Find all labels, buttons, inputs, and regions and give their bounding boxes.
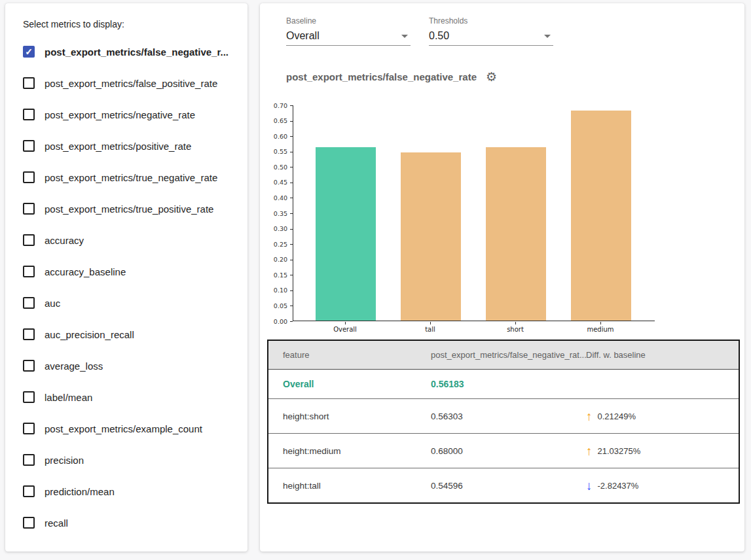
metric-checkbox-item[interactable]: precision [23, 444, 247, 476]
gear-icon[interactable]: ⚙ [486, 71, 497, 83]
y-axis-tick-label: 0.45 [260, 179, 287, 186]
row-value: 0.56303 [431, 411, 586, 421]
checkbox-icon[interactable] [23, 297, 35, 309]
metric-label: prediction/mean [45, 486, 115, 497]
metric-label: auc [45, 298, 60, 309]
row-diff: ↓ -2.82437% [586, 480, 739, 492]
metric-checkbox-item[interactable]: recall [23, 507, 247, 538]
metric-checkbox-item[interactable]: prediction/mean [23, 476, 247, 507]
baseline-select-value: Overall [286, 30, 320, 42]
y-axis-tick-label: 0.30 [260, 225, 287, 232]
chart-header: post_export_metrics/false_negative_rate … [286, 71, 497, 83]
metric-label: accuracy [45, 235, 84, 246]
x-axis-category-label: tall [404, 326, 456, 333]
baseline-select-label: Baseline [286, 16, 411, 26]
metric-checkbox-item[interactable]: post_export_metrics/true_negative_rate [23, 162, 247, 193]
bar-tall[interactable] [401, 152, 461, 321]
chart-plot-area [293, 105, 655, 321]
y-axis-tick-label: 0.10 [260, 287, 287, 294]
metrics-panel: Baseline Overall Thresholds 0.50 post_ex… [260, 3, 744, 551]
y-axis-tick-mark [290, 183, 293, 183]
metric-checkbox-item[interactable]: post_export_metrics/true_positive_rate [23, 193, 247, 224]
checkbox-icon[interactable] [23, 423, 35, 434]
metric-label: accuracy_baseline [45, 266, 126, 277]
x-axis-category-label: short [489, 326, 541, 333]
metric-label: average_loss [45, 360, 103, 372]
y-axis-tick-label: 0.15 [260, 271, 287, 279]
arrow-up-icon: ↑ [586, 410, 593, 423]
metric-checkbox-item[interactable]: auc [23, 287, 247, 319]
checkbox-icon[interactable] [23, 391, 35, 403]
metric-checkbox-item[interactable]: post_export_metrics/negative_rate [23, 99, 247, 130]
metric-label: post_export_metrics/negative_rate [45, 109, 195, 120]
checkbox-icon[interactable] [23, 266, 35, 277]
metric-selector-title: Select metrics to display: [23, 18, 247, 31]
metric-label: precision [45, 455, 84, 466]
baseline-select-field: Baseline Overall [286, 16, 411, 46]
x-axis-tick-mark [600, 322, 601, 324]
y-axis-tick-mark [290, 105, 293, 106]
metric-label: post_export_metrics/true_negative_rate [45, 172, 217, 183]
y-axis-tick-label: 0.35 [260, 210, 287, 217]
checkbox-icon[interactable] [23, 234, 35, 246]
row-feature: height:tall [268, 481, 431, 491]
metric-checkbox-item[interactable]: post_export_metrics/example_count [23, 413, 247, 444]
column-header-metric: post_export_metrics/false_negative_rat..… [431, 350, 586, 360]
y-axis-tick-label: 0.20 [260, 256, 287, 263]
checkbox-icon[interactable] [23, 109, 35, 120]
checkbox-icon[interactable] [23, 454, 35, 466]
metric-checkbox-item[interactable]: auc_precision_recall [23, 319, 247, 350]
checkbox-icon[interactable] [23, 171, 35, 183]
chevron-down-icon [401, 35, 408, 38]
thresholds-select-field: Thresholds 0.50 [429, 16, 553, 46]
checkbox-icon[interactable] [23, 203, 35, 215]
y-axis-tick-label: 0.55 [260, 148, 287, 155]
table-row: height:short 0.56303 ↑ 0.21249% [268, 398, 739, 433]
y-axis-tick-mark [290, 167, 293, 167]
table-header-row: feature post_export_metrics/false_negati… [268, 341, 739, 370]
baseline-value: 0.56183 [431, 379, 586, 389]
y-axis-tick-label: 0.65 [260, 117, 287, 124]
metric-label: post_export_metrics/positive_rate [45, 141, 191, 152]
checkbox-icon[interactable] [23, 517, 35, 529]
y-axis-tick-mark [290, 229, 293, 230]
metric-label: post_export_metrics/false_negative_r... [45, 46, 229, 58]
metric-list: post_export_metrics/false_negative_r... … [23, 36, 247, 538]
metric-label: label/mean [45, 392, 92, 403]
y-axis-tick-label: 0.00 [260, 318, 287, 325]
row-value: 0.54596 [431, 481, 586, 491]
metric-checkbox-item[interactable]: post_export_metrics/false_negative_r... [23, 36, 247, 67]
metric-checkbox-item[interactable]: label/mean [23, 381, 247, 413]
checkbox-icon[interactable] [23, 485, 35, 497]
x-axis-tick-mark [345, 322, 346, 324]
x-axis-tick-mark [430, 322, 431, 324]
y-axis-tick-label: 0.40 [260, 194, 287, 201]
row-feature: height:medium [268, 446, 431, 456]
metric-checkbox-item[interactable]: accuracy_baseline [23, 256, 247, 287]
diff-value: 0.21249% [598, 411, 636, 421]
column-header-diff: Diff. w. baseline [586, 350, 739, 360]
checkbox-icon[interactable] [23, 140, 35, 152]
checkbox-icon[interactable] [23, 328, 35, 340]
checkbox-icon[interactable] [23, 360, 35, 372]
y-axis-tick-label: 0.60 [260, 133, 287, 140]
thresholds-select-label: Thresholds [429, 16, 553, 26]
baseline-select[interactable]: Overall [286, 26, 411, 46]
metric-label: recall [45, 517, 68, 529]
thresholds-select[interactable]: 0.50 [429, 26, 553, 46]
bar-short[interactable] [486, 147, 546, 321]
metric-checkbox-item[interactable]: post_export_metrics/positive_rate [23, 130, 247, 162]
metric-checkbox-item[interactable]: accuracy [23, 224, 247, 256]
metric-checkbox-item[interactable]: average_loss [23, 350, 247, 381]
y-axis-tick-mark [290, 260, 293, 260]
bar-overall[interactable] [316, 147, 376, 321]
table-body: height:short 0.56303 ↑ 0.21249% height:m… [268, 398, 739, 502]
x-axis-category-label: Overall [319, 326, 371, 333]
row-diff: ↑ 0.21249% [586, 410, 739, 423]
bar-medium[interactable] [571, 111, 631, 321]
checkbox-icon[interactable] [23, 77, 35, 89]
checkbox-checked-icon[interactable] [23, 46, 35, 58]
chevron-down-icon [544, 35, 551, 38]
bar-chart: 0.000.050.100.150.200.250.300.350.400.45… [260, 99, 744, 341]
metric-checkbox-item[interactable]: post_export_metrics/false_positive_rate [23, 67, 247, 99]
